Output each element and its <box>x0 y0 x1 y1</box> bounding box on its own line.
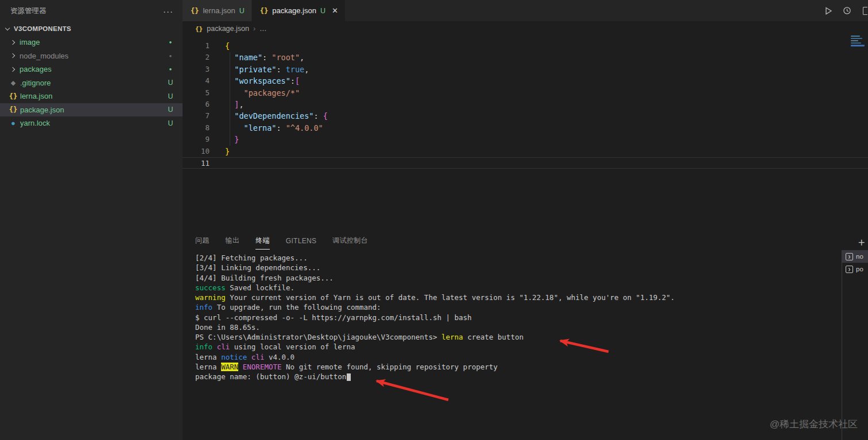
panel-tab-GITLENS[interactable]: GITLENS <box>286 233 316 249</box>
line-number: 9 <box>183 134 210 145</box>
sidebar-item-image[interactable]: image● <box>0 36 183 49</box>
terminal-line: $ curl --compressed -o- -L https://yarnp… <box>195 313 842 322</box>
tab-label: lerna.json <box>203 6 235 15</box>
item-label: packages <box>20 65 52 73</box>
tab-package.json[interactable]: {}package.jsonU✕ <box>252 0 345 21</box>
json-file-icon: {} <box>191 7 199 15</box>
terminal-line: Done in 88.65s. <box>195 322 842 332</box>
line-number: 8 <box>183 122 210 134</box>
git-status-badge: U <box>165 119 176 127</box>
dirty-indicator: U <box>320 7 326 15</box>
json-file-icon: {} <box>260 7 268 15</box>
dirty-indicator: U <box>239 7 245 15</box>
shell-icon: ❯ <box>846 266 853 273</box>
panel-tab-终端[interactable]: 终端 <box>255 232 270 250</box>
sidebar-item-.gitignore[interactable]: ◆.gitignoreU <box>0 76 183 90</box>
workspace-root-label: V3COMPONENTS <box>14 25 71 32</box>
terminal-line: warning Your current version of Yarn is … <box>195 293 842 302</box>
git-status-badge: ● <box>165 53 176 59</box>
editor-line: 10} <box>183 146 868 157</box>
workspace-root-row[interactable]: V3COMPONENTS <box>0 22 183 36</box>
terminal-line: [3/4] Linking dependencies... <box>195 263 842 272</box>
panel-tab-问题[interactable]: 问题 <box>195 232 210 250</box>
tab-label: package.json <box>272 6 316 15</box>
git-status-badge: ● <box>165 67 176 72</box>
breadcrumb-more[interactable]: … <box>259 25 267 33</box>
code-editor[interactable]: 1{2 "name": "root",3 "private": true,4 "… <box>183 36 868 231</box>
line-number: 11 <box>183 158 210 168</box>
editor-line: 5 "packages/*" <box>183 87 868 99</box>
item-label: package.json <box>20 106 64 114</box>
terminal-cursor <box>347 373 351 381</box>
sidebar-item-packages[interactable]: packages● <box>0 63 183 76</box>
close-icon[interactable]: ✕ <box>332 6 338 15</box>
git-status-badge: U <box>165 92 176 100</box>
editor-line: 6 ], <box>183 99 868 110</box>
breadcrumb-file[interactable]: package.json <box>207 25 249 33</box>
line-number: 4 <box>183 75 210 87</box>
item-label: .gitignore <box>20 79 51 87</box>
new-terminal-icon[interactable]: ＋ <box>856 235 867 250</box>
terminal-line: lerna notice cli v4.0.0 <box>195 352 842 362</box>
chevron-right-icon <box>10 67 15 72</box>
terminal-instance-po[interactable]: ❯po <box>842 263 868 275</box>
panel-tab-bar: 问题输出终端GITLENS调试控制台 <box>183 231 868 250</box>
panel-tab-输出[interactable]: 输出 <box>226 232 240 250</box>
file-tree: image●node_modules●packages●◆.gitignoreU… <box>0 36 183 130</box>
terminal-list: ❯no❯po <box>842 250 868 440</box>
sidebar-item-node_modules[interactable]: node_modules● <box>0 49 183 63</box>
chevron-right-icon <box>10 53 15 58</box>
line-number: 5 <box>183 87 210 99</box>
item-label: image <box>20 38 40 46</box>
git-status-badge: U <box>165 79 176 87</box>
minimap[interactable] <box>851 36 867 53</box>
terminal-line: info To upgrade, run the following comma… <box>195 302 842 312</box>
watermark: @稀土掘金技术社区 <box>770 418 858 431</box>
bottom-panel: 问题输出终端GITLENS调试控制台 ＋ [2/4] Fetching pack… <box>183 231 868 440</box>
tab-bar: {}lerna.jsonU{}package.jsonU✕ <box>183 0 868 21</box>
terminal-line: success Saved lockfile. <box>195 283 842 293</box>
item-label: node_modules <box>20 52 68 60</box>
item-label: lerna.json <box>20 92 52 100</box>
editor-line: 3 "private": true, <box>183 64 868 75</box>
git-status-badge: U <box>165 106 176 114</box>
tab-lerna.json[interactable]: {}lerna.jsonU <box>183 0 251 21</box>
editor-line: 7 "devDependencies": { <box>183 110 868 122</box>
terminal-line: [2/4] Fetching packages... <box>195 253 842 263</box>
explorer-title: 资源管理器 <box>10 6 46 16</box>
terminal[interactable]: [2/4] Fetching packages...[3/4] Linking … <box>183 250 842 440</box>
json-file-icon: {} <box>8 92 18 100</box>
history-icon[interactable] <box>842 6 852 16</box>
line-number: 6 <box>183 99 210 110</box>
editor-group: {}lerna.jsonU{}package.jsonU✕ {} package… <box>183 0 868 231</box>
run-icon[interactable] <box>823 6 834 16</box>
terminal-instance-no[interactable]: ❯no <box>842 250 868 263</box>
sidebar-item-package.json[interactable]: {}package.jsonU <box>0 103 183 117</box>
split-editor-icon[interactable] <box>860 6 868 16</box>
breadcrumb-separator: › <box>253 25 255 33</box>
terminal-line: PS C:\Users\Administrator\Desktop\jiagou… <box>195 332 842 342</box>
breadcrumb: {} package.json › … <box>183 21 868 36</box>
editor-actions <box>823 0 868 21</box>
git-status-badge: ● <box>165 40 176 45</box>
item-label: yarn.lock <box>20 119 50 127</box>
json-file-icon: {} <box>8 106 18 114</box>
yarn-file-icon: ● <box>8 119 18 127</box>
more-actions-icon[interactable]: ··· <box>163 6 173 16</box>
terminal-line: package name: (button) @z-ui/button <box>195 372 842 381</box>
panel-tab-调试控制台[interactable]: 调试控制台 <box>332 232 368 250</box>
git-file-icon: ◆ <box>8 79 18 87</box>
json-file-icon: {} <box>195 25 203 33</box>
line-number: 3 <box>183 64 210 75</box>
line-number: 7 <box>183 110 210 122</box>
editor-line: 4 "workspaces":[ <box>183 75 868 87</box>
chevron-down-icon <box>5 25 10 30</box>
explorer-sidebar: 资源管理器 ··· V3COMPONENTS image●node_module… <box>0 0 183 440</box>
line-number: 1 <box>183 40 210 52</box>
sidebar-item-lerna.json[interactable]: {}lerna.jsonU <box>0 89 183 103</box>
line-number: 10 <box>183 146 210 157</box>
terminal-line: info cli using local version of lerna <box>195 342 842 352</box>
editor-line: 9 } <box>183 134 868 145</box>
editor-line: 8 "lerna": "^4.0.0" <box>183 122 868 134</box>
sidebar-item-yarn.lock[interactable]: ●yarn.lockU <box>0 116 183 130</box>
